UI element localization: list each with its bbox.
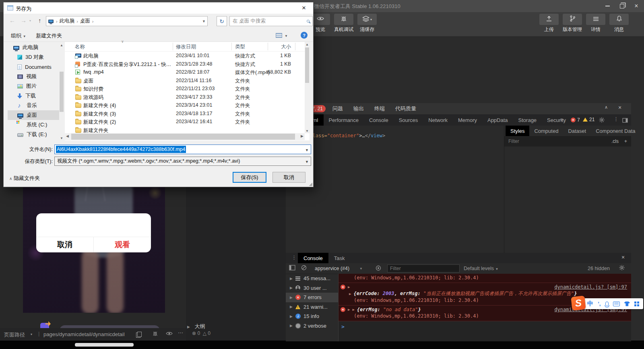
sidebar-item[interactable]: Documents (8, 62, 59, 72)
view-details-icon[interactable] (276, 33, 282, 38)
refresh-button[interactable]: ↻ (217, 16, 227, 26)
sogou-logo-icon[interactable]: S (571, 295, 586, 310)
kebab-menu-icon[interactable]: ⋮ (613, 116, 619, 122)
sidebar-item[interactable]: 下载 (8, 91, 59, 101)
help-icon[interactable]: ? (301, 32, 308, 39)
file-row[interactable]: 知识付费 2022/11/21 23:03 文件夹 (65, 85, 305, 93)
clear-console-icon[interactable] (301, 265, 307, 272)
view-chevron-icon[interactable]: ▼ (285, 34, 288, 38)
tab[interactable]: Console (364, 114, 394, 126)
share-icon[interactable] (40, 323, 49, 328)
column-name[interactable]: 名称 (75, 43, 85, 50)
filename-input[interactable]: Al6U4axKbakk811228f4bfece4449a74272c388b… (54, 145, 311, 154)
dialog-close-button[interactable]: × (297, 2, 311, 14)
page-path-label[interactable]: 页面路径 (4, 331, 25, 339)
caret-right-icon[interactable]: ▶ (352, 308, 354, 312)
up-icon[interactable]: ↑ (38, 17, 41, 24)
sidebar-item[interactable]: 3D 对象 (8, 52, 59, 62)
toolbar-button-menu[interactable]: ▾ 详情 (586, 14, 605, 33)
file-row[interactable]: 游戏源码 2023/4/17 23:33 文件夹 (65, 93, 305, 102)
scroll-thumb[interactable] (305, 47, 309, 83)
chevron-down-icon[interactable]: ▼ (305, 160, 309, 164)
eye-watch-icon[interactable] (376, 265, 381, 273)
dock-side-icon[interactable] (622, 117, 628, 124)
sidebar-item[interactable]: 此电脑 (8, 43, 59, 52)
console-settings-gear-icon[interactable] (619, 265, 625, 272)
forward-icon[interactable]: → (21, 17, 27, 24)
console-group-row[interactable]: ▶ 21 warni... (286, 302, 338, 312)
eye-icon[interactable] (166, 331, 173, 337)
kebab-menu-icon[interactable]: ⋮ (291, 254, 297, 260)
tab[interactable]: Dataset (563, 126, 591, 136)
history-chevron-icon[interactable]: ▾ (29, 19, 31, 23)
chevron-down-icon[interactable]: ▼ (202, 19, 206, 23)
scroll-down-icon[interactable]: ▼ (305, 128, 310, 133)
outline-row[interactable]: ▶ 大纲 (187, 323, 205, 330)
tab[interactable]: AppData (482, 114, 513, 126)
sidebar-scrollbar[interactable]: ▲ ▼ (59, 43, 64, 140)
breadcrumb-item[interactable]: 桌面 › (80, 18, 94, 25)
source-link[interactable]: dynamicdetail.js? [sm]:97 (554, 284, 627, 290)
restore-button[interactable] (615, 0, 629, 12)
breadcrumb-item[interactable]: 此电脑 › (60, 18, 78, 25)
file-row[interactable]: fwq .mp4 2022/8/2 18:07 媒体文件(.mp4) 68,80… (65, 68, 305, 77)
more-icon[interactable]: ⋯ (178, 330, 184, 336)
panel-tab[interactable]: 代码质量 (395, 105, 416, 112)
collapse-icon[interactable]: ∧ (605, 105, 608, 110)
organize-button[interactable]: 组织 ▼ (11, 32, 26, 39)
column-date[interactable]: 修改日期 (176, 43, 196, 50)
toolbar-button-branch[interactable]: ▾ 版本管理 (563, 14, 582, 33)
tab[interactable]: Console (298, 253, 328, 263)
column-type[interactable]: 类型 (235, 43, 245, 50)
sheet-cancel-button[interactable]: 取消 (36, 237, 93, 252)
ime-language-toggle[interactable]: 中 (587, 300, 593, 308)
toggle-sidebar-icon[interactable] (289, 265, 295, 272)
console-group-row[interactable]: ▶ 45 messa... (286, 274, 338, 283)
sidebar-item[interactable]: 图片 (8, 81, 59, 91)
sheet-watch-button[interactable]: 观看 (94, 237, 151, 252)
file-row[interactable]: 新建文件夹 (65, 126, 305, 134)
scroll-up-icon[interactable]: ▲ (59, 43, 64, 47)
file-row[interactable]: 桌面 2022/11/4 11:16 文件夹 (65, 77, 305, 85)
scroll-left-icon[interactable]: ◀ (66, 134, 69, 138)
chevron-down-icon[interactable]: ▼ (305, 148, 309, 152)
file-row[interactable]: 新建文件夹 (2) 2023/4/12 16:41 文件夹 (65, 118, 305, 126)
scroll-thumb[interactable] (60, 72, 64, 112)
caret-right-icon[interactable]: ▶ (349, 292, 351, 296)
console-group-row[interactable]: ▶ × 7 errors (286, 293, 338, 302)
panel-tab[interactable]: 问题 (332, 105, 343, 112)
column-size[interactable]: 大小 (281, 43, 291, 50)
tab[interactable]: Styles (506, 126, 529, 136)
sidebar-item[interactable]: 视频 (8, 72, 59, 81)
tab[interactable]: Security (542, 114, 571, 126)
console-group-row[interactable]: ▶ i 15 info (286, 312, 338, 321)
sidebar-item[interactable]: 系统 (C:) (8, 120, 59, 130)
file-row[interactable]: 新建文件夹 (4) 2023/3/14 23:01 文件夹 (65, 101, 305, 110)
console-prompt[interactable]: > (341, 324, 345, 330)
caret-right-icon[interactable]: ▶ (348, 285, 350, 289)
tab[interactable]: Computed (529, 126, 563, 136)
microphone-icon[interactable] (605, 302, 609, 306)
chevron-down-icon[interactable]: ▼ (359, 267, 363, 271)
new-folder-button[interactable]: 新建文件夹 (36, 32, 62, 39)
list-vertical-scrollbar[interactable]: ▲ ▼ (305, 42, 310, 133)
copy-icon[interactable] (136, 332, 140, 338)
back-icon[interactable]: ← (9, 17, 15, 24)
file-row[interactable]: P歪皮·百度云批量分享V1.2212.1 - 快捷... 2023/1/28 2… (65, 60, 305, 69)
tab[interactable]: Sources (394, 114, 423, 126)
resize-grip[interactable] (309, 183, 312, 186)
ime-punctuation-toggle[interactable]: ’, (598, 301, 601, 307)
list-horizontal-scrollbar[interactable]: ◀ ▶ (65, 133, 305, 140)
cls-button[interactable]: .cls (611, 138, 619, 144)
search-input[interactable]: 在 桌面 中搜索 (229, 16, 313, 26)
scroll-down-icon[interactable]: ▼ (59, 136, 64, 140)
tab[interactable]: Storage (513, 114, 542, 126)
settings-gear-icon[interactable] (599, 117, 605, 124)
sidebar-item[interactable]: 下载 (E:) (8, 130, 59, 139)
hide-folders-button[interactable]: ∧ 隐藏文件夹 (9, 175, 40, 182)
save-button[interactable]: 保存(S) (233, 172, 266, 183)
scroll-up-icon[interactable]: ▲ (305, 42, 310, 47)
filetype-select[interactable]: 视频文件 (*.ogm;*.wmv;*.mpg;*.webm;*.ogv;*.m… (54, 157, 311, 166)
console-group-row[interactable]: ▶ 2 verbose (286, 321, 338, 331)
add-style-button[interactable]: + (619, 138, 631, 144)
